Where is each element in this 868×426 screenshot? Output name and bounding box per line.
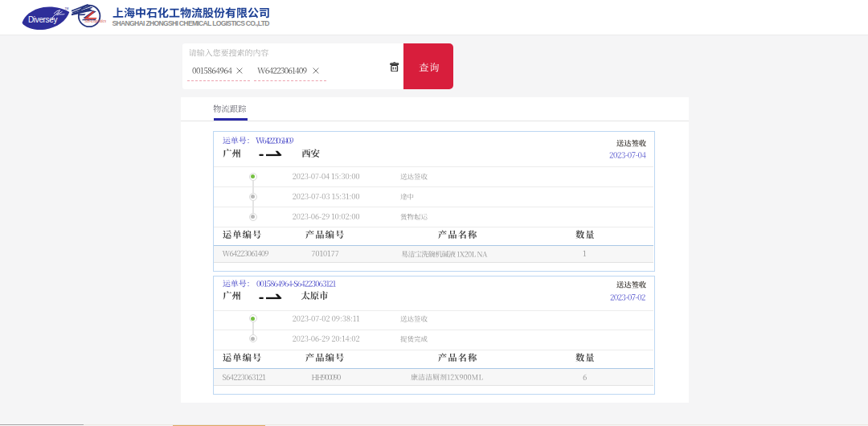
svg-text:TM: TM: [65, 7, 69, 10]
svg-text:SH-Logistics: SH-Logistics: [84, 18, 106, 23]
